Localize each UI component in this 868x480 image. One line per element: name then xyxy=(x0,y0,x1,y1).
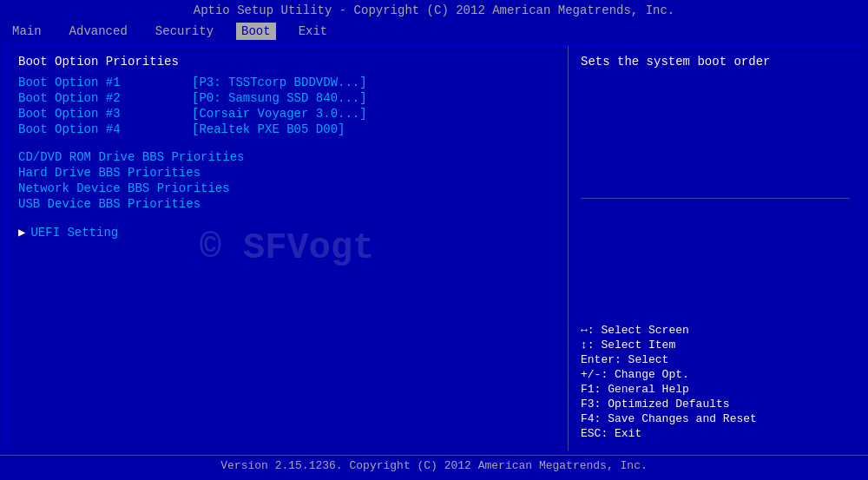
title-text: Aptio Setup Utility - Copyright (C) 2012… xyxy=(194,3,675,17)
divider xyxy=(581,198,850,199)
boot-option-4-value: [Realtek PXE B05 D00] xyxy=(192,122,345,136)
footer: Version 2.15.1236. Copyright (C) 2012 Am… xyxy=(0,455,868,476)
uefi-arrow-icon: ▶ xyxy=(18,225,25,240)
key-change-opt: +/-: Change Opt. xyxy=(581,368,850,381)
key-help: ↔: Select Screen ↕: Select Item Enter: S… xyxy=(581,324,850,442)
menu-bar: Main Advanced Security Boot Exit xyxy=(0,21,868,42)
key-esc-exit: ESC: Exit xyxy=(581,427,850,440)
sub-item-cddvd[interactable]: CD/DVD ROM Drive BBS Priorities xyxy=(18,150,556,164)
menu-item-boot[interactable]: Boot xyxy=(236,23,276,40)
right-panel: Sets the system boot order ↔: Select Scr… xyxy=(569,46,862,450)
left-panel: Boot Option Priorities Boot Option #1 [P… xyxy=(6,46,569,450)
boot-option-3-label: Boot Option #3 xyxy=(18,107,192,121)
menu-item-main[interactable]: Main xyxy=(7,23,47,40)
boot-option-row-1[interactable]: Boot Option #1 [P3: TSSTcorp BDDVDW...] xyxy=(18,76,556,89)
sub-item-harddrive[interactable]: Hard Drive BBS Priorities xyxy=(18,166,556,180)
menu-item-security[interactable]: Security xyxy=(150,23,219,40)
uefi-setting-item[interactable]: ▶ UEFI Setting xyxy=(18,225,556,240)
key-enter-select: Enter: Select xyxy=(581,353,850,366)
key-select-item: ↕: Select Item xyxy=(581,339,850,352)
boot-option-1-label: Boot Option #1 xyxy=(18,76,192,89)
section-title: Boot Option Priorities xyxy=(18,55,556,69)
footer-text: Version 2.15.1236. Copyright (C) 2012 Am… xyxy=(220,459,647,472)
menu-item-exit[interactable]: Exit xyxy=(293,23,333,40)
sub-item-network[interactable]: Network Device BBS Priorities xyxy=(18,181,556,195)
uefi-setting-label: UEFI Setting xyxy=(30,226,118,240)
boot-option-4-label: Boot Option #4 xyxy=(18,122,192,136)
key-f1-help: F1: General Help xyxy=(581,383,850,396)
subsection-bbs: CD/DVD ROM Drive BBS Priorities Hard Dri… xyxy=(18,150,556,211)
boot-option-2-value: [P0: Samsung SSD 840...] xyxy=(192,91,367,105)
boot-option-2-label: Boot Option #2 xyxy=(18,91,192,105)
title-bar: Aptio Setup Utility - Copyright (C) 2012… xyxy=(0,0,868,21)
key-select-screen: ↔: Select Screen xyxy=(581,324,850,337)
boot-option-row-2[interactable]: Boot Option #2 [P0: Samsung SSD 840...] xyxy=(18,91,556,105)
boot-option-row-4[interactable]: Boot Option #4 [Realtek PXE B05 D00] xyxy=(18,122,556,136)
boot-option-3-value: [Corsair Voyager 3.0...] xyxy=(192,107,367,121)
sub-item-usb[interactable]: USB Device BBS Priorities xyxy=(18,197,556,211)
key-f4-save: F4: Save Changes and Reset xyxy=(581,412,850,425)
key-f3-defaults: F3: Optimized Defaults xyxy=(581,398,850,411)
main-area: Boot Option Priorities Boot Option #1 [P… xyxy=(5,45,863,451)
help-text: Sets the system boot order xyxy=(581,55,850,69)
boot-option-1-value: [P3: TSSTcorp BDDVDW...] xyxy=(192,76,367,89)
menu-item-advanced[interactable]: Advanced xyxy=(64,23,133,40)
boot-option-row-3[interactable]: Boot Option #3 [Corsair Voyager 3.0...] xyxy=(18,107,556,121)
